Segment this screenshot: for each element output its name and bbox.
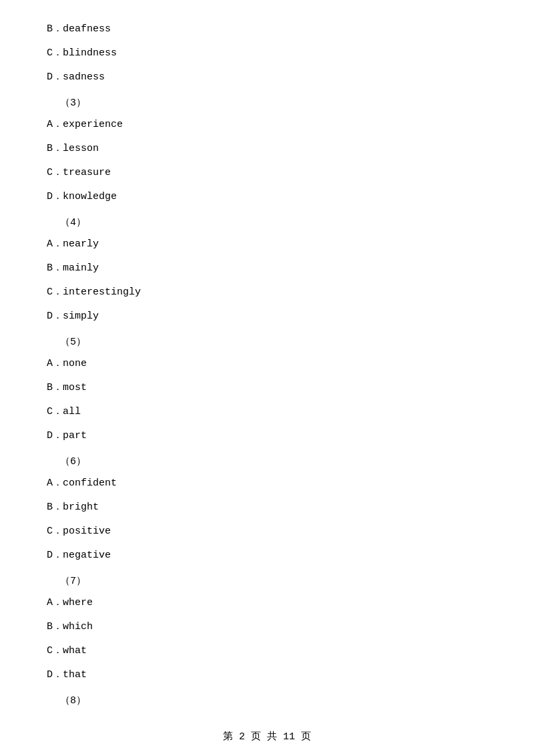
section-4-number: （4）	[60, 216, 487, 228]
option-C2: C．blindness	[47, 45, 487, 61]
section-4: （4） A．nearly B．mainly C．interestingly D．…	[47, 216, 487, 325]
page-footer: 第 2 页 共 11 页	[0, 730, 534, 743]
option-D6: D．negative	[47, 548, 487, 564]
option-D5: D．part	[47, 428, 487, 444]
section-6-number: （6）	[60, 455, 487, 467]
option-C4: C．interestingly	[47, 285, 487, 301]
section-5: （5） A．none B．most C．all D．part	[47, 335, 487, 444]
option-B6: B．bright	[47, 500, 487, 516]
option-A3: A．experience	[47, 117, 487, 133]
section-3: （3） A．experience B．lesson C．treasure D．k…	[47, 96, 487, 205]
option-C5: C．all	[47, 404, 487, 420]
option-A6: A．confident	[47, 476, 487, 492]
option-C7: C．what	[47, 643, 487, 659]
option-C3: C．treasure	[47, 165, 487, 181]
section-7: （7） A．where B．which C．what D．that	[47, 574, 487, 683]
option-A4: A．nearly	[47, 236, 487, 252]
option-D3: D．knowledge	[47, 189, 487, 205]
section-5-number: （5）	[60, 335, 487, 348]
option-A5: A．none	[47, 356, 487, 372]
option-D7: D．that	[47, 667, 487, 683]
option-B3: B．lesson	[47, 141, 487, 157]
option-B7: B．which	[47, 619, 487, 635]
section-3-number: （3）	[60, 96, 487, 109]
section-continuation: B．deafness C．blindness D．sadness	[47, 21, 487, 85]
section-8-number: （8）	[60, 694, 487, 707]
section-8: （8）	[47, 694, 487, 707]
main-content: B．deafness C．blindness D．sadness （3） A．e…	[0, 0, 534, 755]
section-6: （6） A．confident B．bright C．positive D．ne…	[47, 455, 487, 564]
option-D4: D．simply	[47, 309, 487, 325]
option-D2: D．sadness	[47, 69, 487, 85]
option-B2: B．deafness	[47, 21, 487, 37]
option-A7: A．where	[47, 595, 487, 611]
option-C6: C．positive	[47, 524, 487, 540]
section-7-number: （7）	[60, 574, 487, 587]
page-number: 第 2 页 共 11 页	[223, 731, 311, 743]
option-B4: B．mainly	[47, 260, 487, 276]
option-B5: B．most	[47, 380, 487, 396]
